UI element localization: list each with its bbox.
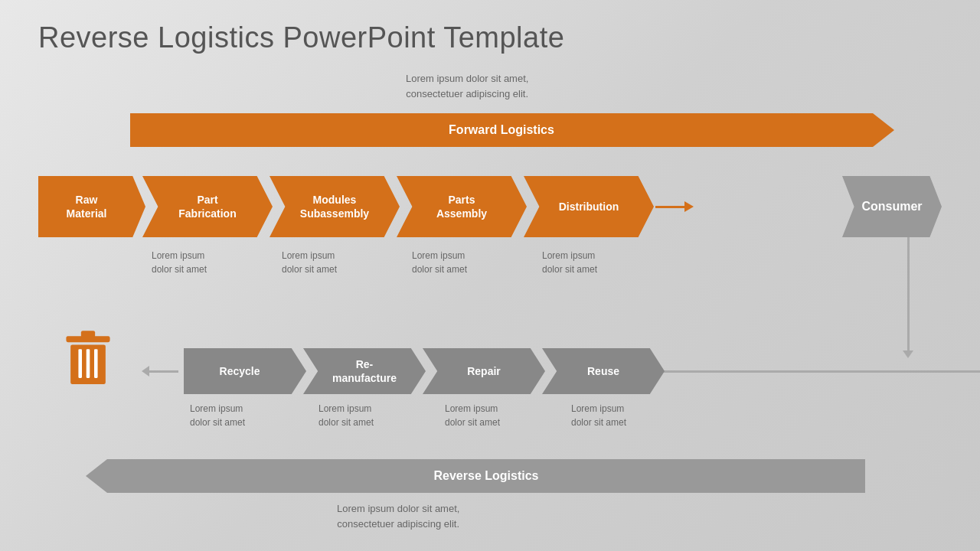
step-part-fabrication: Part Fabrication (142, 176, 273, 237)
reverse-logistics-bar: Reverse Logistics (107, 459, 865, 493)
reverse-label-reuse: Lorem ipsum dolor sit amet (565, 402, 691, 429)
trash-icon (61, 329, 122, 390)
step-remanufacture-label: Re- manufacture (332, 357, 397, 385)
step-recycle: Recycle (184, 348, 306, 394)
step-repair-label: Repair (467, 364, 501, 378)
reverse-label-remanufacture: Lorem ipsum dolor sit amet (312, 402, 439, 429)
step-label-2: Lorem ipsum dolor sit amet (276, 249, 406, 276)
step-remanufacture: Re- manufacture (303, 348, 426, 394)
step-part-fabrication-label: Part Fabrication (178, 193, 236, 220)
step-recycle-label: Recycle (220, 364, 260, 378)
svg-rect-1 (81, 331, 95, 337)
reverse-label-repair: Lorem ipsum dolor sit amet (439, 402, 565, 429)
step-modules-subassembly: Modules Subassembly (270, 176, 400, 237)
step-reuse-label: Reuse (587, 364, 619, 378)
consumer-label: Consumer (861, 200, 922, 214)
svg-rect-5 (94, 349, 98, 378)
step-label-1: Lorem ipsum dolor sit amet (145, 249, 276, 276)
svg-rect-4 (87, 349, 90, 378)
svg-rect-3 (78, 349, 82, 378)
step-repair: Repair (423, 348, 545, 394)
step-label-4: Lorem ipsum dolor sit amet (536, 249, 666, 276)
consumer-box: Consumer (842, 176, 942, 237)
consumer-arrow-down (907, 237, 910, 352)
page-title: Reverse Logistics PowerPoint Template (38, 21, 564, 54)
step-parts-assembly: Parts Assembly (397, 176, 527, 237)
forward-process-row: Raw Material Part Fabrication Modules Su… (38, 176, 686, 237)
step-raw-material: Raw Material (38, 176, 145, 237)
reverse-subtext: Lorem ipsum dolor sit amet, consectetuer… (337, 501, 459, 531)
forward-subtext: Lorem ipsum dolor sit amet, consectetuer… (406, 71, 528, 101)
forward-logistics-bar: Forward Logistics (130, 113, 873, 147)
step-parts-assembly-label: Parts Assembly (436, 193, 487, 220)
reverse-label-recycle: Lorem ipsum dolor sit amet (184, 402, 312, 429)
step-label-3: Lorem ipsum dolor sit amet (406, 249, 536, 276)
reverse-bar-label: Reverse Logistics (434, 469, 539, 483)
forward-bar-label: Forward Logistics (449, 123, 554, 137)
step-distribution-label: Distribution (559, 200, 619, 214)
step-distribution: Distribution (524, 176, 654, 237)
step-modules-subassembly-label: Modules Subassembly (300, 193, 369, 220)
step-raw-material-label: Raw Material (67, 193, 107, 220)
step-reuse: Reuse (542, 348, 665, 394)
